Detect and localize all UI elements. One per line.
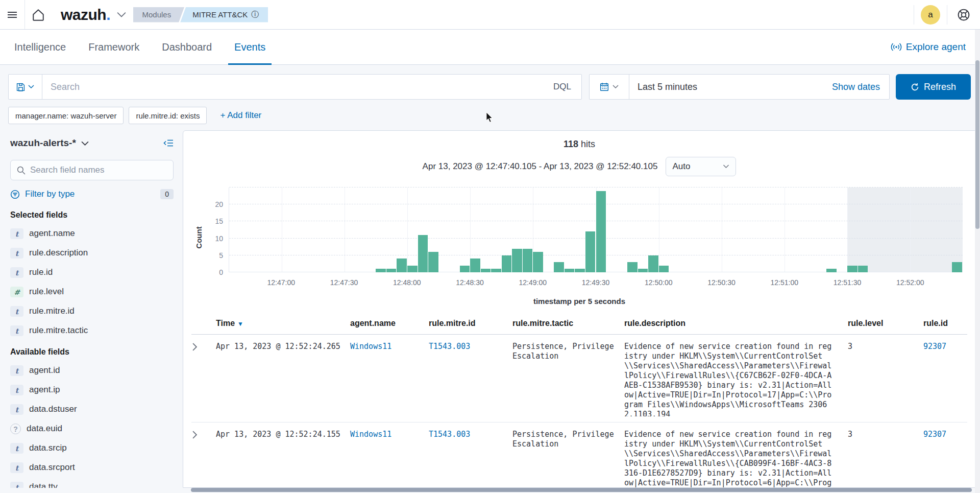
histogram-bar[interactable] — [470, 259, 480, 272]
sort-desc-icon[interactable]: ▼ — [237, 320, 243, 327]
tab-framework[interactable]: Framework — [88, 30, 139, 64]
histogram-bar[interactable] — [847, 266, 857, 272]
histogram-bar[interactable] — [554, 262, 564, 272]
field-item-rule.id[interactable]: trule.id — [10, 267, 174, 278]
show-dates-button[interactable]: Show dates — [832, 82, 889, 92]
field-item-rule.level[interactable]: #rule.level — [10, 287, 174, 297]
x-tick-label: 12:50:00 — [645, 278, 673, 287]
calendar-button[interactable] — [590, 75, 629, 99]
field-search-input[interactable] — [30, 165, 167, 175]
hits-word: hits — [581, 139, 595, 149]
rule-id-link[interactable]: 92307 — [923, 342, 946, 351]
histogram-bar[interactable] — [648, 255, 658, 272]
agent-name-link[interactable]: Windows11 — [350, 342, 391, 351]
field-name: rule.id — [29, 267, 53, 277]
index-pattern-selector[interactable]: wazuh-alerts-* — [10, 137, 76, 149]
x-tick-label: 12:48:00 — [393, 278, 421, 287]
histogram-bar[interactable] — [512, 249, 522, 272]
interval-select[interactable]: Auto — [666, 157, 736, 176]
hits-count-line: 118 hits — [183, 139, 975, 150]
field-item-data.euid[interactable]: ?data.euid — [10, 424, 174, 434]
time-range-value[interactable]: Last 5 minutes — [629, 82, 697, 92]
explore-agent-button[interactable]: Explore agent — [891, 41, 966, 53]
rule-level-cell: 3 — [848, 342, 923, 422]
breadcrumb-mitre-attack[interactable]: MITRE ATT&CK ⓘ — [180, 7, 268, 22]
column-header-rule-mitre-id[interactable]: rule.mitre.id — [429, 319, 512, 328]
histogram-bar[interactable] — [460, 266, 470, 272]
vertical-scrollbar[interactable] — [975, 30, 980, 493]
field-item-data.dstuser[interactable]: tdata.dstuser — [10, 404, 174, 415]
chevron-down-icon[interactable] — [117, 12, 126, 17]
available-fields-heading: Available fields — [10, 347, 174, 357]
histogram-bar[interactable] — [502, 255, 512, 272]
filter-pill-rule-mitre-id[interactable]: rule.mitre.id: exists — [129, 107, 207, 124]
field-item-data.srcip[interactable]: tdata.srcip — [10, 443, 174, 454]
histogram-bar[interactable] — [418, 235, 428, 272]
horizontal-scrollbar[interactable] — [191, 488, 972, 492]
wazuh-logo[interactable]: wazuh. — [61, 6, 111, 24]
column-header-rule-mitre-tactic[interactable]: rule.mitre.tactic — [512, 319, 624, 328]
field-item-agent.id[interactable]: tagent.id — [10, 365, 174, 376]
home-button[interactable] — [25, 0, 52, 29]
field-search-box — [10, 160, 174, 180]
field-item-rule.mitre.id[interactable]: trule.mitre.id — [10, 306, 174, 317]
column-header-rule-id[interactable]: rule.id — [923, 319, 967, 328]
expand-row-button[interactable] — [191, 342, 206, 352]
avatar[interactable]: a — [921, 5, 940, 25]
rule-id-link[interactable]: 92307 — [923, 430, 946, 439]
field-item-rule.mitre.tactic[interactable]: trule.mitre.tactic — [10, 325, 174, 336]
field-item-data.tty[interactable]: tdata.tty — [10, 482, 174, 488]
field-item-agent.ip[interactable]: tagent.ip — [10, 385, 174, 395]
agent-name-link[interactable]: Windows11 — [350, 430, 391, 439]
saved-queries-button[interactable] — [9, 75, 42, 99]
field-name: data.dstuser — [29, 404, 77, 414]
logo-text: wazuh — [61, 6, 106, 24]
histogram-bar[interactable] — [596, 191, 606, 272]
menu-icon[interactable] — [0, 0, 24, 29]
breadcrumb-modules[interactable]: Modules — [133, 7, 185, 22]
column-header-rule-description[interactable]: rule.description — [624, 319, 848, 328]
query-language-button[interactable]: DQL — [543, 82, 581, 92]
histogram-bar[interactable] — [397, 259, 407, 272]
histogram-bar[interactable] — [376, 269, 386, 272]
field-name: data.srcport — [29, 462, 75, 473]
tab-events[interactable]: Events — [234, 30, 265, 64]
collapse-sidebar-icon[interactable] — [163, 139, 174, 147]
filter-by-type[interactable]: Filter by type 0 — [10, 189, 174, 199]
histogram-bar[interactable] — [407, 266, 418, 272]
histogram-bar[interactable] — [826, 269, 837, 272]
rule-mitre-id-link[interactable]: T1543.003 — [429, 342, 470, 351]
refresh-button[interactable]: Refresh — [896, 74, 971, 100]
field-item-data.srcport[interactable]: tdata.srcport — [10, 462, 174, 473]
column-header-agent-name[interactable]: agent.name — [350, 319, 429, 328]
rule-mitre-id-link[interactable]: T1543.003 — [429, 430, 470, 439]
histogram-bar[interactable] — [659, 266, 669, 272]
histogram-bar[interactable] — [565, 269, 575, 272]
histogram-bar[interactable] — [523, 249, 533, 272]
column-header-Time[interactable]: Time▼ — [216, 319, 350, 328]
filter-pill-manager-name[interactable]: manager.name: wazuh-server — [8, 107, 124, 124]
histogram-bar[interactable] — [533, 252, 543, 272]
text-type-icon: t — [10, 462, 23, 473]
field-item-rule.description[interactable]: trule.description — [10, 248, 174, 259]
histogram-bar[interactable] — [428, 252, 438, 272]
histogram-plot-area[interactable]: 05101520 — [229, 187, 963, 272]
histogram-bar[interactable] — [858, 266, 868, 272]
histogram-bar[interactable] — [386, 269, 397, 272]
tab-dashboard[interactable]: Dashboard — [162, 30, 212, 64]
histogram-bar[interactable] — [638, 269, 648, 272]
expand-row-button[interactable] — [191, 430, 206, 440]
histogram-bar[interactable] — [585, 231, 596, 272]
column-header-rule-level[interactable]: rule.level — [848, 319, 923, 328]
histogram-bar[interactable] — [575, 269, 585, 272]
search-input[interactable] — [42, 82, 543, 92]
field-item-agent.name[interactable]: tagent.name — [10, 228, 174, 239]
histogram-bar[interactable] — [952, 262, 962, 272]
tab-intelligence[interactable]: Intelligence — [14, 30, 66, 64]
info-icon[interactable]: ⓘ — [251, 10, 259, 19]
add-filter-button[interactable]: + Add filter — [220, 110, 261, 121]
histogram-bar[interactable] — [491, 269, 501, 272]
histogram-bar[interactable] — [481, 269, 491, 272]
histogram-bar[interactable] — [627, 262, 638, 272]
help-icon[interactable] — [957, 8, 970, 21]
